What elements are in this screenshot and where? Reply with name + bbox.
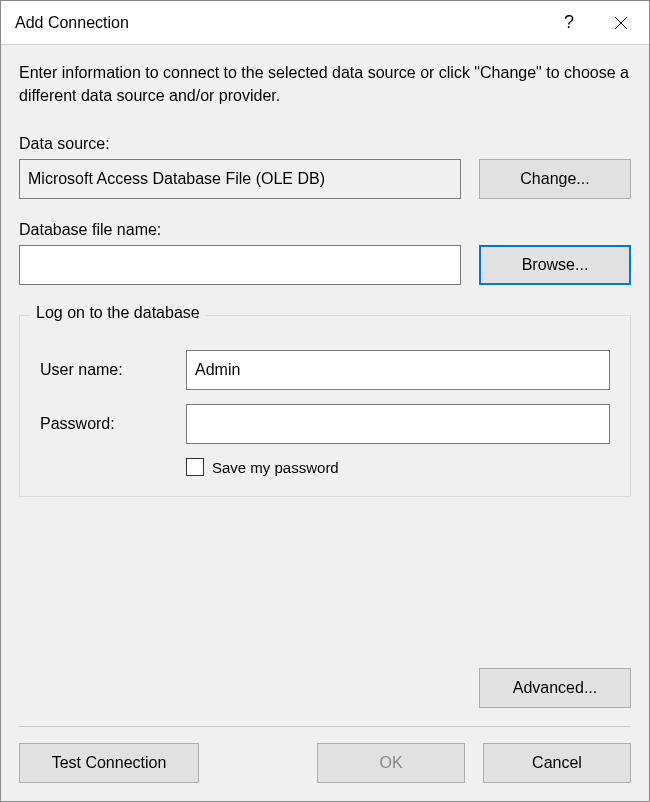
database-file-label: Database file name: xyxy=(19,221,631,239)
data-source-value: Microsoft Access Database File (OLE DB) xyxy=(19,159,461,199)
database-file-input[interactable] xyxy=(19,245,461,285)
password-input[interactable] xyxy=(186,404,610,444)
logon-group: Log on to the database User name: Passwo… xyxy=(19,315,631,497)
username-input[interactable] xyxy=(186,350,610,390)
advanced-button[interactable]: Advanced... xyxy=(479,668,631,708)
browse-button[interactable]: Browse... xyxy=(479,245,631,285)
password-label: Password: xyxy=(40,415,172,433)
save-password-label: Save my password xyxy=(212,459,339,476)
close-icon xyxy=(614,16,628,30)
save-password-checkbox[interactable] xyxy=(186,458,204,476)
help-button[interactable]: ? xyxy=(545,1,593,45)
footer: Test Connection OK Cancel xyxy=(19,743,631,783)
cancel-button[interactable]: Cancel xyxy=(483,743,631,783)
change-button[interactable]: Change... xyxy=(479,159,631,199)
titlebar: Add Connection ? xyxy=(1,1,649,45)
close-button[interactable] xyxy=(593,1,649,45)
data-source-label: Data source: xyxy=(19,135,631,153)
ok-button[interactable]: OK xyxy=(317,743,465,783)
dialog-body: Enter information to connect to the sele… xyxy=(1,45,649,801)
window-title: Add Connection xyxy=(15,14,545,32)
help-icon: ? xyxy=(564,12,574,33)
test-connection-button[interactable]: Test Connection xyxy=(19,743,199,783)
intro-text: Enter information to connect to the sele… xyxy=(19,61,631,107)
logon-legend: Log on to the database xyxy=(30,304,206,322)
footer-divider xyxy=(19,726,631,727)
username-label: User name: xyxy=(40,361,172,379)
add-connection-dialog: Add Connection ? Enter information to co… xyxy=(0,0,650,802)
